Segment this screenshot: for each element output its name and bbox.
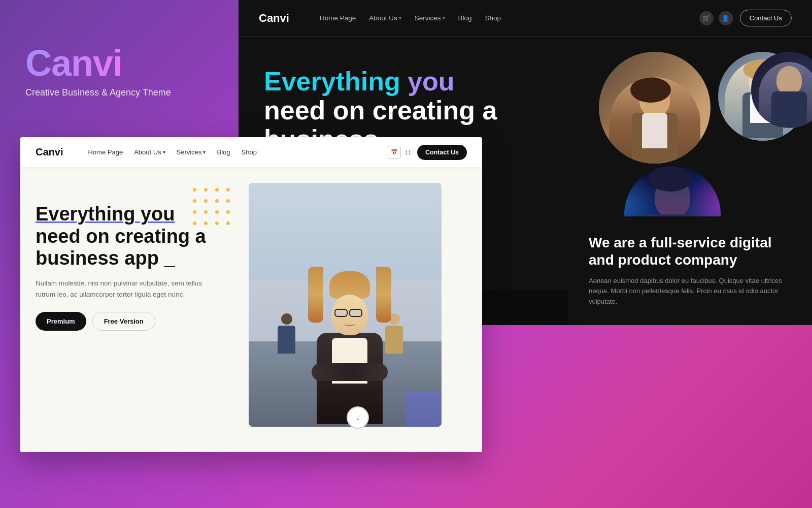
light-nav-icons: 📅 11 (388, 146, 411, 159)
counter-badge: 11 (405, 149, 411, 155)
free-version-button[interactable]: Free Version (92, 312, 155, 331)
light-nav-home[interactable]: Home Page (83, 146, 127, 158)
dark-nav-icons: 🛒 👤 (699, 11, 733, 25)
light-scroll-button[interactable]: ↓ (347, 406, 369, 429)
dark-nav-about[interactable]: About Us ▾ (364, 11, 407, 25)
light-nav-links: Home Page About Us ▾ Services ▾ Blog Sho… (83, 146, 387, 158)
dark-contact-button[interactable]: Contact Us (740, 10, 792, 26)
dark-nav-services[interactable]: Services ▾ (410, 11, 450, 25)
light-hero-section: Everything you need on creating a busine… (20, 168, 482, 452)
company-info-section: We are a full-service digital and produc… (568, 216, 812, 325)
brand-logo: Canvi (25, 45, 213, 81)
main-woman-figure (304, 267, 395, 427)
premium-button[interactable]: Premium (36, 312, 86, 331)
company-description: Aenean euismod dapibus dolor eu faucibus… (589, 276, 792, 307)
company-title: We are a full-service digital and produc… (589, 234, 792, 268)
services-chevron-icon: ▾ (203, 149, 206, 155)
light-hero-description: Nullam molestie, nisi non pulvinar vulpu… (36, 278, 218, 300)
decorative-dots (193, 188, 231, 227)
light-nav-services[interactable]: Services ▾ (172, 146, 211, 158)
dark-nav-home[interactable]: Home Page (315, 11, 361, 25)
scroll-down-icon: ↓ (356, 413, 360, 422)
office-background (249, 183, 442, 427)
dark-nav-shop[interactable]: Shop (480, 11, 506, 25)
brand-panel: Canvi Creative Business & Agency Theme (0, 0, 239, 142)
light-hero-image: ↓ (249, 183, 467, 437)
light-nav-about[interactable]: About Us ▾ (129, 146, 170, 158)
about-chevron-icon: ▾ (163, 149, 165, 155)
about-chevron-icon: ▾ (399, 15, 401, 21)
light-nav-shop[interactable]: Shop (237, 146, 261, 158)
light-contact-button[interactable]: Contact Us (417, 145, 467, 160)
dark-nav-links: Home Page About Us ▾ Services ▾ Blog Sho… (315, 11, 699, 25)
light-hero-buttons: Premium Free Version (36, 312, 239, 331)
dark-nav-logo: Canvi (259, 12, 289, 25)
light-nav-blog[interactable]: Blog (212, 146, 234, 158)
dark-nav-blog[interactable]: Blog (453, 11, 477, 25)
brand-tagline: Creative Business & Agency Theme (25, 87, 213, 98)
light-nav-logo: Canvi (36, 146, 63, 158)
calendar-icon[interactable]: 📅 (388, 146, 401, 159)
purple-accent (406, 391, 442, 427)
services-chevron-icon: ▾ (443, 15, 445, 21)
cart-icon[interactable]: 🛒 (699, 11, 714, 25)
light-theme-preview: Canvi Home Page About Us ▾ Services ▾ Bl… (20, 137, 482, 452)
light-navbar: Canvi Home Page About Us ▾ Services ▾ Bl… (20, 137, 482, 168)
avatar-icon[interactable]: 👤 (719, 11, 733, 25)
dark-navbar: Canvi Home Page About Us ▾ Services ▾ Bl… (239, 0, 812, 37)
light-hero-left: Everything you need on creating a busine… (36, 183, 249, 331)
circle-photo-1 (599, 52, 710, 164)
